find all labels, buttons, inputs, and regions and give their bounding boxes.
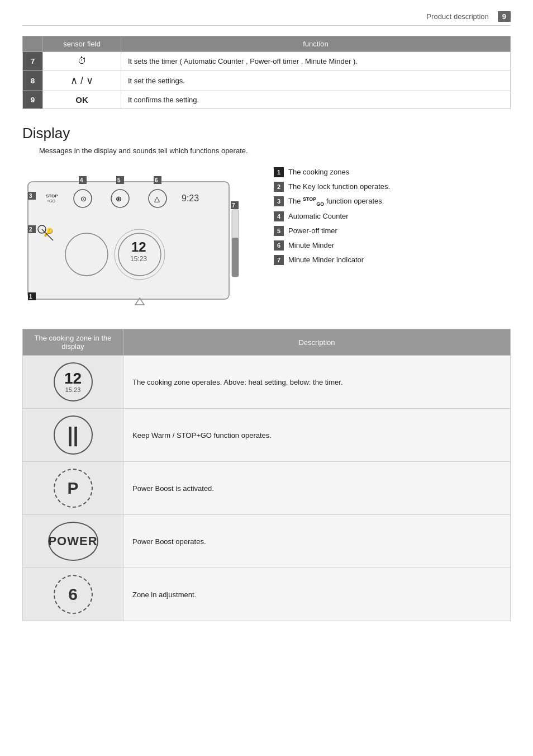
svg-text:3: 3: [29, 193, 32, 199]
svg-text:STOP: STOP: [46, 193, 58, 199]
display-diagram: STOP +GO ⊙ ⊕ △ 9:23 4 5: [22, 165, 257, 312]
display-section-subtitle: Messages in the display and sounds tell …: [39, 147, 511, 155]
svg-rect-32: [232, 238, 239, 277]
sensor-table: sensor field function 7 ⏱ It sets the ti…: [22, 36, 511, 109]
table-row: || Keep Warm / STOP+GO function operates…: [23, 409, 511, 462]
row-num: 8: [23, 70, 43, 91]
legend-text: Automatic Counter: [288, 209, 349, 224]
legend-num: 7: [274, 255, 284, 265]
legend-item: 3 The STOPGO function operates.: [274, 194, 390, 209]
symbol-pause: ||: [54, 415, 93, 455]
row-desc: It confirms the setting.: [121, 91, 511, 109]
legend-num: 3: [274, 196, 284, 206]
table-row: POWER Power Boost operates.: [23, 515, 511, 568]
symbol-cell: ||: [23, 409, 123, 462]
symbol-cell: 12 15:23: [23, 356, 123, 409]
row-icon: OK: [43, 91, 121, 109]
row-num: 7: [23, 52, 43, 70]
symbol-number: 12: [64, 371, 82, 386]
row-icon: ⏱: [43, 52, 121, 70]
legend-list: 1 The cooking zones 2 The Key lock funct…: [274, 165, 390, 267]
svg-text:5: 5: [117, 177, 121, 183]
legend-text: The cooking zones: [288, 165, 349, 179]
symbol-6-dashed: 6: [54, 575, 93, 614]
svg-text:12: 12: [131, 239, 146, 254]
legend-item: 1 The cooking zones: [274, 165, 390, 179]
symbol-time: 15:23: [65, 386, 81, 393]
svg-text:△: △: [154, 195, 160, 203]
legend-item: 7 Minute Minder indicator: [274, 253, 390, 267]
svg-text:9:23: 9:23: [182, 193, 199, 203]
table-row: 8 ∧ / ∨ It set the settings.: [23, 70, 511, 91]
sensor-col-num: [23, 36, 43, 52]
legend-num: 6: [274, 240, 284, 251]
legend-text: The STOPGO function operates.: [288, 194, 384, 209]
desc-col-desc: Description: [123, 329, 511, 356]
sensor-col-function: function: [121, 36, 511, 52]
table-row: 12 15:23 The cooking zone operates. Abov…: [23, 356, 511, 409]
svg-text:⊙: ⊙: [80, 195, 87, 203]
symbol-cell: POWER: [23, 515, 123, 568]
legend-num: 4: [274, 211, 284, 221]
sensor-col-field: sensor field: [43, 36, 121, 52]
table-row: 7 ⏱ It sets the timer ( Automatic Counte…: [23, 52, 511, 70]
svg-text:2: 2: [29, 226, 32, 233]
row-desc: It sets the timer ( Automatic Counter , …: [121, 52, 511, 70]
desc-col-symbol: The cooking zone in the display: [23, 329, 123, 356]
legend-num: 5: [274, 226, 284, 236]
legend-num: 2: [274, 182, 284, 192]
row-num: 9: [23, 91, 43, 109]
svg-text:6: 6: [155, 177, 158, 183]
svg-text:4: 4: [80, 177, 83, 183]
page-header-title: Product description: [426, 12, 488, 21]
table-row: P Power Boost is activated.: [23, 462, 511, 515]
legend-text: Minute Minder indicator: [288, 253, 364, 267]
desc-table: The cooking zone in the display Descript…: [22, 329, 511, 621]
legend-text: The Key lock function operates.: [288, 179, 390, 194]
page-number: 9: [498, 11, 511, 22]
desc-text: Keep Warm / STOP+GO function operates.: [123, 409, 511, 462]
desc-text: Power Boost is activated.: [123, 462, 511, 515]
svg-text:1: 1: [29, 294, 32, 300]
legend-item: 5 Power-off timer: [274, 224, 390, 238]
svg-text:+GO: +GO: [47, 199, 56, 203]
symbol-cell: P: [23, 462, 123, 515]
svg-text:⊕: ⊕: [116, 195, 122, 203]
desc-text: Zone in adjustment.: [123, 568, 511, 621]
desc-text: The cooking zone operates. Above: heat s…: [123, 356, 511, 409]
page-header: Product description 9: [22, 11, 511, 26]
desc-text: Power Boost operates.: [123, 515, 511, 568]
legend-num: 1: [274, 167, 284, 177]
svg-text:7: 7: [232, 202, 235, 209]
legend-item: 2 The Key lock function operates.: [274, 179, 390, 194]
row-icon: ∧ / ∨: [43, 70, 121, 91]
symbol-num-time: 12 15:23: [54, 362, 93, 401]
legend-text: Power-off timer: [288, 224, 337, 238]
display-section-title: Display: [22, 125, 511, 142]
legend-text: Minute Minder: [288, 238, 334, 253]
symbol-power: POWER: [48, 522, 98, 561]
svg-text:15:23: 15:23: [130, 255, 147, 263]
symbol-p-dashed: P: [54, 469, 93, 508]
symbol-char: ||: [67, 423, 78, 447]
legend-item: 4 Automatic Counter: [274, 209, 390, 224]
legend-item: 6 Minute Minder: [274, 238, 390, 253]
symbol-cell: 6: [23, 568, 123, 621]
display-area: STOP +GO ⊙ ⊕ △ 9:23 4 5: [22, 165, 511, 312]
table-row: 6 Zone in adjustment.: [23, 568, 511, 621]
table-row: 9 OK It confirms the setting.: [23, 91, 511, 109]
row-desc: It set the settings.: [121, 70, 511, 91]
